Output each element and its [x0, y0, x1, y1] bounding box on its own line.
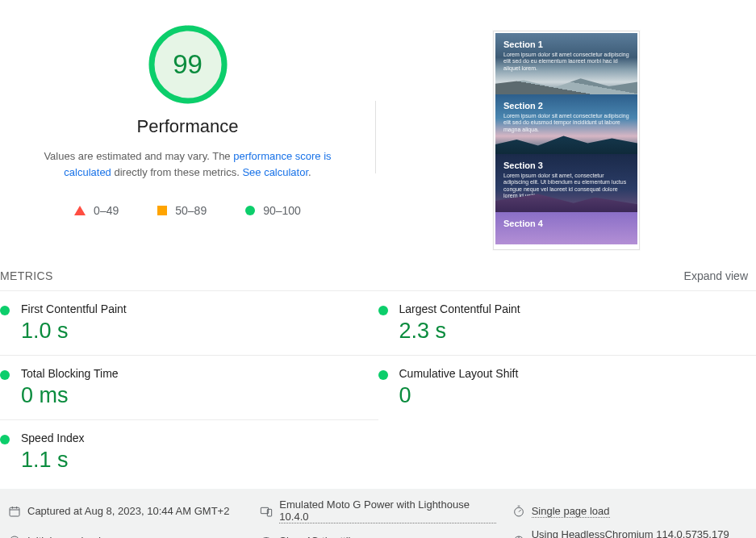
metric-card[interactable]: Cumulative Layout Shift0 [378, 355, 757, 419]
preview-section-1: Section 1 Lorem ipsum dolor sit amet con… [495, 33, 637, 94]
legend-pass-label: 90–100 [263, 204, 301, 217]
metrics-header-title: METRICS [0, 269, 53, 282]
performance-score: 99 [148, 24, 228, 105]
preview-section-2-title: Section 2 [503, 101, 629, 111]
metric-card[interactable]: Speed Index1.1 s [0, 419, 378, 484]
footer-captured: Captured at Aug 8, 2023, 10:44 AM GMT+2 [8, 498, 244, 523]
legend-fail: 0–49 [74, 204, 119, 217]
legend-pass: 90–100 [245, 204, 301, 217]
footer-single-text: Single page load [532, 505, 610, 518]
legend-avg-label: 50–89 [175, 204, 207, 217]
svg-rect-5 [268, 509, 272, 516]
status-pass-icon [378, 306, 388, 315]
power-icon [8, 535, 21, 539]
perf-desc-period: . [308, 166, 311, 178]
metric-card[interactable]: Largest Contentful Paint2.3 s [378, 290, 757, 355]
legend-fail-label: 0–49 [94, 204, 119, 217]
legend-average: 50–89 [157, 204, 207, 217]
metric-card[interactable]: Total Blocking Time0 ms [0, 355, 378, 419]
see-calculator-link[interactable]: See calculator [242, 166, 308, 178]
metrics-grid: First Contentful Paint1.0 sLargest Conte… [0, 290, 756, 484]
preview-section-3-title: Section 3 [503, 161, 629, 170]
square-amber-icon [157, 206, 167, 215]
footer-throttling[interactable]: Slow 4G throttling [260, 528, 495, 538]
footer-throttle-text: Slow 4G throttling [279, 535, 362, 539]
metric-label: Total Blocking Time [21, 367, 119, 380]
metric-value: 0 ms [21, 383, 119, 408]
performance-title: Performance [137, 116, 239, 137]
page-screenshot-preview: Section 1 Lorem ipsum dolor sit amet con… [493, 31, 640, 250]
status-pass-icon [0, 370, 10, 380]
preview-section-1-body: Lorem ipsum dolor sit amet consectetur a… [503, 52, 629, 72]
preview-section-2-body: Lorem ipsum dolor sit amet consectetur a… [503, 113, 629, 133]
status-pass-icon [0, 435, 10, 444]
metric-label: First Contentful Paint [21, 302, 127, 315]
vertical-divider [375, 101, 376, 173]
expand-view-toggle[interactable]: Expand view [684, 269, 748, 282]
footer-initial-text: Initial page load [27, 535, 101, 538]
metric-label: Speed Index [21, 432, 85, 444]
preview-section-4: Section 4 [495, 212, 637, 244]
preview-section-2: Section 2 Lorem ipsum dolor sit amet con… [495, 94, 637, 154]
devices-icon [260, 505, 273, 518]
footer-captured-text: Captured at Aug 8, 2023, 10:44 AM GMT+2 [27, 505, 229, 517]
timer-icon [512, 505, 525, 518]
svg-rect-3 [10, 507, 19, 516]
footer-initial: Initial page load [8, 528, 244, 538]
metric-value: 1.0 s [21, 319, 127, 344]
preview-section-3-body: Lorem ipsum dolor sit amet, consectetur … [503, 173, 629, 200]
preview-section-4-title: Section 4 [503, 219, 629, 228]
chrome-icon [512, 535, 525, 539]
metric-value: 1.1 s [21, 448, 85, 473]
perf-desc-text-1: Values are estimated and may vary. The [44, 150, 233, 162]
performance-gauge: 99 [148, 24, 228, 105]
preview-section-1-title: Section 1 [503, 40, 629, 49]
footer-emulated-text: Emulated Moto G Power with Lighthouse 10… [279, 498, 495, 523]
footer-emulated[interactable]: Emulated Moto G Power with Lighthouse 10… [260, 498, 495, 523]
performance-description: Values are estimated and may vary. The p… [27, 148, 349, 180]
metric-card[interactable]: First Contentful Paint1.0 s [0, 290, 378, 355]
preview-section-3: Section 3 Lorem ipsum dolor sit amet, co… [495, 154, 637, 212]
status-pass-icon [0, 306, 10, 315]
footer-headless-text: Using HeadlessChromium 114.0.5735.179 wi… [532, 528, 748, 538]
footer-single-page[interactable]: Single page load [512, 498, 748, 523]
perf-desc-text-2: directly from these metrics. [111, 166, 243, 178]
circle-green-icon [245, 206, 255, 215]
network-icon [260, 535, 273, 539]
metric-value: 0 [399, 383, 519, 408]
triangle-red-icon [74, 206, 86, 215]
status-pass-icon [378, 370, 388, 380]
environment-footer: Captured at Aug 8, 2023, 10:44 AM GMT+2 … [0, 489, 756, 538]
metric-value: 2.3 s [399, 319, 520, 344]
footer-browser[interactable]: Using HeadlessChromium 114.0.5735.179 wi… [512, 528, 748, 538]
calendar-icon [8, 505, 21, 518]
score-legend: 0–49 50–89 90–100 [74, 204, 301, 217]
metric-label: Cumulative Layout Shift [399, 367, 519, 380]
metric-label: Largest Contentful Paint [399, 302, 520, 315]
